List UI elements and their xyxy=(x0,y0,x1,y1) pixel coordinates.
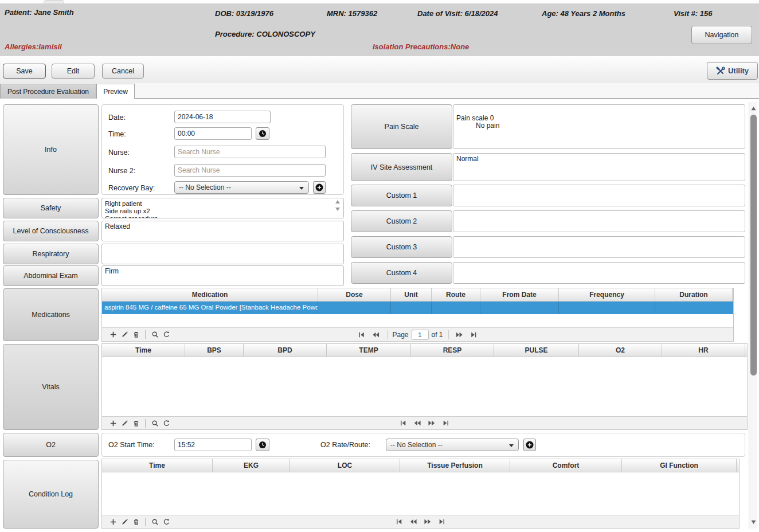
col-loc[interactable]: LOC xyxy=(290,459,400,472)
col-bpd[interactable]: BPD xyxy=(244,344,327,357)
scroll-down-icon[interactable] xyxy=(751,519,756,525)
time-input[interactable] xyxy=(174,127,252,140)
wrench-icon xyxy=(716,66,725,76)
col-pulse[interactable]: PULSE xyxy=(494,344,579,357)
col-hr[interactable]: HR xyxy=(662,344,745,357)
pager-separator xyxy=(448,330,449,339)
abdominal-exam-value-box[interactable]: Firm xyxy=(101,265,344,286)
search-icon[interactable] xyxy=(149,517,161,527)
next-page-icon[interactable] xyxy=(426,418,437,428)
custom2-value-box[interactable] xyxy=(453,210,745,232)
delete-icon[interactable] xyxy=(130,418,142,428)
medication-row-selected[interactable]: aspirin 845 MG / caffeine 65 MG Oral Pow… xyxy=(102,302,733,314)
condition-log-grid-header: Time EKG LOC Tissue Perfusion Comfort GI… xyxy=(102,459,739,472)
pain-scale-section-label: Pain Scale xyxy=(351,104,452,149)
o2-start-time-input[interactable] xyxy=(174,439,252,451)
tab-preview[interactable]: Preview xyxy=(96,84,135,99)
custom1-value-box[interactable] xyxy=(453,185,745,206)
time-picker-button[interactable] xyxy=(256,127,269,140)
add-icon[interactable] xyxy=(107,517,119,527)
col-gi-function[interactable]: GI Function xyxy=(622,459,737,472)
o2-rate-route-select[interactable]: -- No Selection -- xyxy=(386,439,519,451)
add-o2-rate-route-button[interactable] xyxy=(523,439,536,451)
col-comfort[interactable]: Comfort xyxy=(510,459,622,472)
condition-log-grid-body xyxy=(102,472,739,515)
iv-site-assessment-value-box[interactable]: Normal xyxy=(453,153,745,181)
safety-value-box[interactable]: Right patient Side rails up x2 Correct p… xyxy=(101,198,344,218)
first-page-icon[interactable] xyxy=(397,418,409,428)
first-page-icon[interactable] xyxy=(393,517,405,527)
edit-icon[interactable] xyxy=(119,418,130,428)
toolbar-separator xyxy=(145,518,146,526)
page-number-input[interactable] xyxy=(412,330,429,340)
save-button[interactable]: Save xyxy=(3,64,46,79)
nurse2-search-input[interactable] xyxy=(174,164,326,177)
nurse-search-input[interactable] xyxy=(174,146,326,158)
scrollbar-thumb[interactable] xyxy=(750,115,757,375)
level-of-consciousness-value-box[interactable]: Relaxed xyxy=(101,221,344,241)
pain-scale-description: No pain xyxy=(476,122,499,130)
date-input[interactable] xyxy=(174,111,271,123)
col-time[interactable]: Time xyxy=(102,459,213,472)
prev-page-icon[interactable] xyxy=(408,517,419,527)
col-unit[interactable]: Unit xyxy=(391,288,432,302)
add-icon[interactable] xyxy=(107,418,119,428)
custom2-section-label: Custom 2 xyxy=(351,210,452,232)
next-page-icon[interactable] xyxy=(422,517,433,527)
pager-separator xyxy=(386,330,387,339)
custom3-value-box[interactable] xyxy=(453,236,745,258)
last-page-icon[interactable] xyxy=(468,330,480,340)
edit-button[interactable]: Edit xyxy=(52,64,95,79)
last-page-icon[interactable] xyxy=(440,418,452,428)
refresh-icon[interactable] xyxy=(161,330,172,340)
abdominal-exam-section-label: Abdominal Exam xyxy=(3,265,99,286)
col-o2[interactable]: O2 xyxy=(579,344,662,357)
cancel-button[interactable]: Cancel xyxy=(102,64,144,79)
next-page-icon[interactable] xyxy=(454,330,465,340)
add-recovery-bay-button[interactable] xyxy=(313,181,326,194)
add-icon[interactable] xyxy=(107,330,119,340)
delete-icon[interactable] xyxy=(130,330,142,340)
col-temp[interactable]: TEMP xyxy=(327,344,411,357)
patient-dob: DOB: 03/19/1976 xyxy=(215,9,273,18)
col-ekg[interactable]: EKG xyxy=(213,459,290,472)
col-medication[interactable]: Medication xyxy=(102,288,318,302)
level-of-consciousness-section-label: Level of Consciousness xyxy=(3,221,99,241)
col-dose[interactable]: Dose xyxy=(318,288,391,302)
chevron-down-icon xyxy=(509,444,514,447)
col-bps[interactable]: BPS xyxy=(185,344,244,357)
vertical-scrollbar[interactable] xyxy=(749,102,757,529)
prev-page-icon[interactable] xyxy=(412,418,423,428)
col-resp[interactable]: RESP xyxy=(411,344,494,357)
refresh-icon[interactable] xyxy=(161,418,172,428)
utility-button[interactable]: Utility xyxy=(707,62,758,80)
o2-section-label: O2 xyxy=(3,433,99,457)
tab-post-procedure-evaluation[interactable]: Post Procedure Evaluation xyxy=(0,84,96,99)
prev-page-icon[interactable] xyxy=(370,330,381,340)
col-time[interactable]: Time xyxy=(102,344,185,357)
navigation-button[interactable]: Navigation xyxy=(691,26,752,44)
search-icon[interactable] xyxy=(149,418,161,428)
col-tissue-perfusion[interactable]: Tissue Perfusion xyxy=(400,459,510,472)
date-label: Date: xyxy=(108,114,126,122)
o2-time-picker-button[interactable] xyxy=(256,439,269,451)
scroll-up-icon[interactable] xyxy=(751,106,756,111)
col-from-date[interactable]: From Date xyxy=(480,288,559,302)
last-page-icon[interactable] xyxy=(436,517,448,527)
custom4-value-box[interactable] xyxy=(453,262,745,284)
col-frequency[interactable]: Frequency xyxy=(559,288,655,302)
info-panel: Date: Time: Nurse: Nurse 2: Recovery Bay… xyxy=(101,104,344,195)
edit-icon[interactable] xyxy=(119,517,130,527)
respiratory-value-box[interactable] xyxy=(101,244,344,264)
first-page-icon[interactable] xyxy=(355,330,367,340)
col-duration[interactable]: Duration xyxy=(655,288,733,302)
search-icon[interactable] xyxy=(149,330,161,340)
clock-icon xyxy=(259,130,267,138)
col-route[interactable]: Route xyxy=(432,288,480,302)
pain-scale-value-box[interactable]: Pain scale 0 No pain xyxy=(453,104,745,149)
recovery-bay-select[interactable]: -- No Selection -- xyxy=(174,181,309,194)
edit-icon[interactable] xyxy=(119,330,130,340)
refresh-icon[interactable] xyxy=(161,517,172,527)
page-of-label: of 1 xyxy=(432,331,443,339)
delete-icon[interactable] xyxy=(130,517,142,527)
